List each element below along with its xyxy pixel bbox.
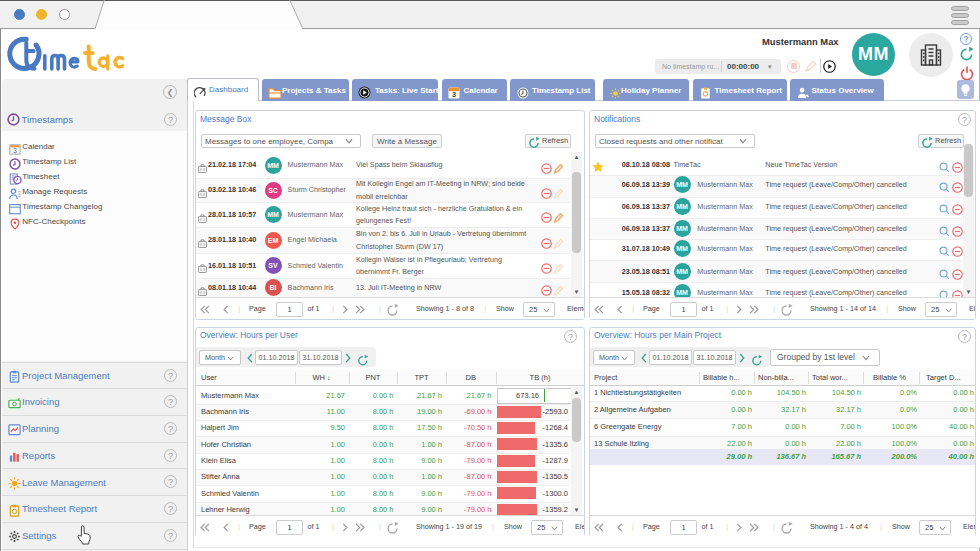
svg-text:3: 3 (13, 147, 17, 154)
svg-text:3: 3 (452, 89, 456, 98)
